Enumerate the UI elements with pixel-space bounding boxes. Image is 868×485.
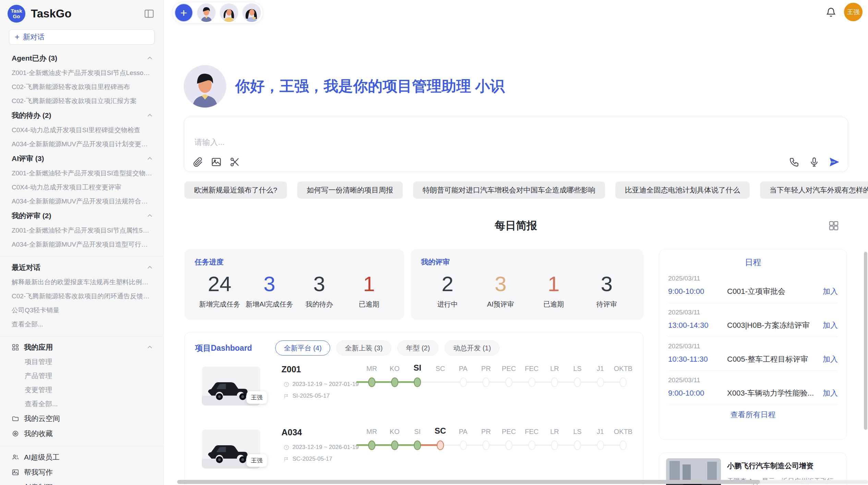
agent-avatar-1[interactable] <box>197 3 216 22</box>
list-item[interactable]: Z001-全新燃油轻卡产品开发项目SI造型提交物评审 <box>12 166 153 180</box>
suggestion-chip[interactable]: 比亚迪全固态电池计划具体说了什么 <box>615 182 750 199</box>
milestone-node[interactable] <box>368 377 375 387</box>
list-item[interactable]: C02-飞腾新能源轻客改款项目立项汇报方案 <box>12 94 153 108</box>
section-my-apps[interactable]: 我的应用 <box>12 340 153 355</box>
phone-call-icon[interactable] <box>789 157 800 167</box>
milestone-node[interactable] <box>505 377 513 387</box>
my-cloud-space[interactable]: 我的云空间 <box>12 411 153 426</box>
join-button[interactable]: 加入 <box>823 286 838 297</box>
agent-avatar-3[interactable] <box>242 3 261 22</box>
section-my-review[interactable]: 我的评审 (2) <box>12 208 153 223</box>
section-recent-chats[interactable]: 最近对话 <box>12 260 153 275</box>
milestone-node[interactable] <box>551 377 558 387</box>
milestone-node[interactable] <box>460 440 467 450</box>
tab-all-new-platform[interactable]: 全新平台 (4) <box>275 340 330 356</box>
chevron-up-icon[interactable] <box>146 55 153 62</box>
image-upload-icon[interactable] <box>211 157 222 167</box>
attachment-icon[interactable] <box>192 157 203 167</box>
suggestion-chip[interactable]: 欧洲新规最近颁布了什么? <box>184 182 287 199</box>
milestone-track: MR KO SI SC PA PR PEC FEC LR LS J1 OKTB <box>360 425 635 451</box>
creative-drawing[interactable]: 创意制图 <box>12 480 153 485</box>
milestone-node[interactable] <box>414 440 421 450</box>
suggestion-chip[interactable]: 当下年轻人对汽车外观有怎样的喜好趋势 <box>760 182 868 199</box>
agent-avatar-2[interactable] <box>220 3 238 22</box>
user-avatar[interactable]: 王强 <box>844 3 863 21</box>
entry-date: 2025/03/11 <box>668 275 838 282</box>
milestone-node[interactable] <box>528 377 535 387</box>
project-row[interactable]: 王强 Z001 2023-12-19 ~ 2027-01-19 SI-2025-… <box>195 359 633 419</box>
suggestion-chip[interactable]: 如何写一份清晰的项目周报 <box>297 182 403 199</box>
suggestion-chip[interactable]: 特朗普可能对进口汽车增税会对中国车企造成哪些影响 <box>413 182 605 199</box>
chevron-up-icon[interactable] <box>146 155 153 162</box>
scissors-icon[interactable] <box>229 157 240 167</box>
image-icon <box>12 469 19 476</box>
collapse-sidebar-icon[interactable] <box>144 8 155 19</box>
milestone-node[interactable] <box>597 440 604 450</box>
join-button[interactable]: 加入 <box>823 320 838 331</box>
app-item-project-mgmt[interactable]: 项目管理 <box>12 355 153 369</box>
tab-powertrain[interactable]: 动总开发 (1) <box>445 340 499 356</box>
chevron-up-icon[interactable] <box>146 264 153 271</box>
view-all-chats[interactable]: 查看全部... <box>12 317 153 331</box>
milestone-node[interactable] <box>505 440 513 450</box>
view-all-schedule[interactable]: 查看所有日程 <box>668 410 838 420</box>
tab-new-body[interactable]: 全新上装 (3) <box>336 340 391 356</box>
list-item[interactable]: C0X4-动力总成开发项目SI里程碑提交物检查 <box>12 123 153 137</box>
view-all-apps[interactable]: 查看全部... <box>12 397 153 411</box>
milestone-node[interactable] <box>551 440 558 450</box>
list-item[interactable]: 公司Q3轻卡销量 <box>12 303 153 317</box>
taskgo-app: Task Go TaskGo + 新对话 Agent已办 (3) Z001-全新… <box>0 0 868 485</box>
chevron-up-icon[interactable] <box>146 212 153 219</box>
join-button[interactable]: 加入 <box>823 388 838 398</box>
app-item-change-mgmt[interactable]: 变更管理 <box>12 383 153 397</box>
milestone-node[interactable] <box>391 440 398 450</box>
ai-super-staff[interactable]: AI超级员工 <box>12 450 153 465</box>
list-item[interactable]: A034-全新新能源MUV产品开发项目法规符合性评审 <box>12 194 153 208</box>
milestone-node[interactable] <box>414 377 421 387</box>
my-favorites[interactable]: 我的收藏 <box>12 426 153 441</box>
section-ai-review[interactable]: AI评审 (3) <box>12 151 153 166</box>
layout-grid-icon[interactable] <box>828 220 839 231</box>
chevron-up-icon[interactable] <box>146 344 153 351</box>
section-my-todo[interactable]: 我的待办 (2) <box>12 108 153 123</box>
milestone-node[interactable] <box>437 440 444 450</box>
milestone-node[interactable] <box>574 440 581 450</box>
milestone-node[interactable] <box>391 377 398 387</box>
milestone-node[interactable] <box>619 377 627 387</box>
join-button[interactable]: 加入 <box>823 354 838 364</box>
message-input[interactable] <box>194 137 674 151</box>
list-item[interactable]: 解释最新出台的欧盟报废车法规再生塑料比例被调至15%... <box>12 275 153 289</box>
list-item[interactable]: Z001-全新燃油轻卡产品开发项目SI节点属性5D文件评审 <box>12 223 153 237</box>
vertical-scrollbar-thumb[interactable] <box>864 252 867 430</box>
notifications-bell-icon[interactable] <box>825 7 836 18</box>
milestone-node[interactable] <box>482 440 490 450</box>
app-item-product-mgmt[interactable]: 产品管理 <box>12 369 153 383</box>
list-item[interactable]: C02-飞腾新能源轻客改款项目的闭环通告反馈情况 <box>12 289 153 303</box>
horizontal-scrollbar[interactable] <box>177 480 868 484</box>
help-me-write[interactable]: 帮我写作 <box>12 465 153 480</box>
send-icon[interactable] <box>829 157 840 167</box>
chevron-up-icon[interactable] <box>146 112 153 119</box>
milestone-node[interactable] <box>597 377 604 387</box>
entry-date: 2025/03/11 <box>668 309 838 316</box>
list-item[interactable]: Z001-全新燃油皮卡产品开发项目SI节点Lesson Learn报告 <box>12 66 153 80</box>
milestone-node[interactable] <box>482 377 490 387</box>
schedule-card: 日程 2025/03/11 9:00-10:00 C001-立项审批会 加入 2… <box>659 249 847 440</box>
section-agent-done[interactable]: Agent已办 (3) <box>12 51 153 66</box>
project-row[interactable]: 王强 A034 2023-12-19 ~ 2026-01-19 SC-2025-… <box>195 422 633 482</box>
horizontal-scrollbar-thumb[interactable] <box>177 480 760 484</box>
microphone-icon[interactable] <box>809 157 820 167</box>
list-item[interactable]: C02-飞腾新能源轻客改款项目里程碑画布 <box>12 80 153 94</box>
milestone-node[interactable] <box>460 377 467 387</box>
list-item[interactable]: A034-全新新能源MUV产品开发项目造型可行性评审 <box>12 237 153 251</box>
tab-model-year[interactable]: 年型 (2) <box>397 340 438 356</box>
list-item[interactable]: A034-全新新能源MUV产品开发项目计划变更表编写 <box>12 137 153 151</box>
milestone-node[interactable] <box>368 440 375 450</box>
clock-icon <box>284 382 289 387</box>
milestone-node[interactable] <box>574 377 581 387</box>
new-chat-button[interactable]: + 新对话 <box>9 29 155 45</box>
milestone-node[interactable] <box>528 440 535 450</box>
milestone-node[interactable] <box>619 440 627 450</box>
list-item[interactable]: C0X4-动力总成开发项目工程变更评审 <box>12 180 153 194</box>
add-agent-button[interactable]: + <box>174 3 193 22</box>
